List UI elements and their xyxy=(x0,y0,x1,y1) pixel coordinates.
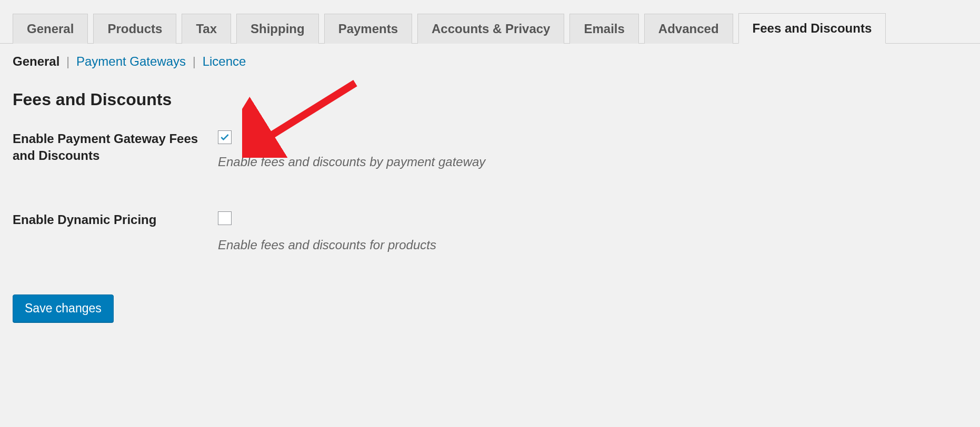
setting-description-enable-gateway: Enable fees and discounts by payment gat… xyxy=(218,155,967,169)
section-title: Fees and Discounts xyxy=(0,74,980,130)
tab-products[interactable]: Products xyxy=(93,14,176,44)
checkbox-enable-gateway-fees[interactable] xyxy=(218,130,232,144)
setting-enable-gateway-fees: Enable Payment Gateway Fees and Discount… xyxy=(13,130,967,169)
setting-enable-dynamic-pricing: Enable Dynamic Pricing Enable fees and d… xyxy=(13,211,967,252)
setting-description-enable-dynamic: Enable fees and discounts for products xyxy=(218,238,967,252)
tab-general[interactable]: General xyxy=(13,14,88,44)
tab-fees-discounts[interactable]: Fees and Discounts xyxy=(738,13,886,44)
setting-label-enable-gateway: Enable Payment Gateway Fees and Discount… xyxy=(13,130,218,165)
subnav-payment-gateways[interactable]: Payment Gateways xyxy=(76,54,186,68)
setting-label-enable-dynamic: Enable Dynamic Pricing xyxy=(13,211,218,228)
check-icon xyxy=(219,132,230,143)
tab-emails[interactable]: Emails xyxy=(569,14,638,44)
settings-tabs: General Products Tax Shipping Payments A… xyxy=(0,0,980,44)
tab-accounts-privacy[interactable]: Accounts & Privacy xyxy=(417,14,564,44)
settings-form: Enable Payment Gateway Fees and Discount… xyxy=(0,130,980,252)
tab-shipping[interactable]: Shipping xyxy=(236,14,319,44)
subnav: General | Payment Gateways | Licence xyxy=(0,44,980,74)
tab-payments[interactable]: Payments xyxy=(324,14,412,44)
checkbox-enable-dynamic-pricing[interactable] xyxy=(218,211,232,225)
tab-tax[interactable]: Tax xyxy=(182,14,231,44)
subnav-general[interactable]: General xyxy=(13,54,59,68)
save-changes-button[interactable]: Save changes xyxy=(13,294,114,322)
tab-advanced[interactable]: Advanced xyxy=(644,14,733,44)
subnav-licence[interactable]: Licence xyxy=(203,54,246,68)
